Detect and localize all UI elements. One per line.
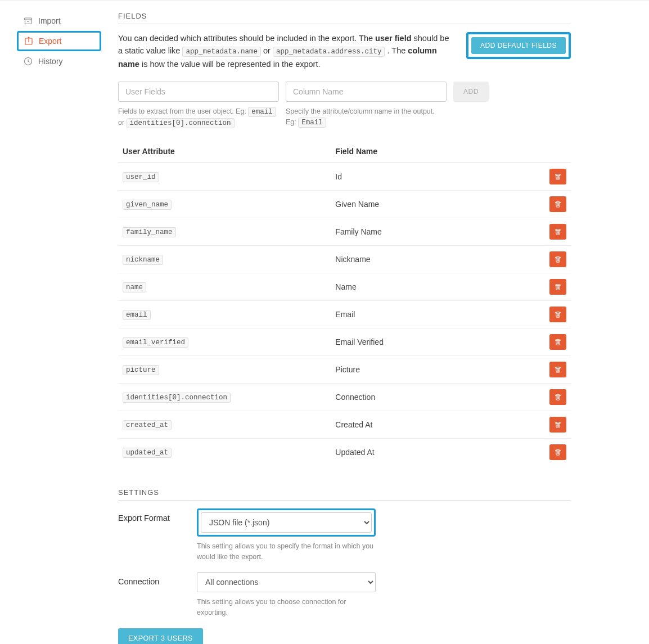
user-fields-input[interactable] <box>118 82 279 102</box>
add-default-fields-button[interactable]: ADD DEFAULT FIELDS <box>471 37 566 54</box>
table-row: family_name Family Name <box>118 218 571 245</box>
sidebar-item-export[interactable]: Export <box>17 31 101 51</box>
th-field-name: Field Name <box>331 140 525 163</box>
export-format-highlight: JSON file (*.json) <box>197 508 376 537</box>
export-icon <box>24 37 33 46</box>
delete-button[interactable] <box>549 196 566 212</box>
delete-button[interactable] <box>549 389 566 405</box>
connection-help: This setting allows you to choose connec… <box>197 597 377 618</box>
trash-icon <box>555 366 561 373</box>
field-name-value: Id <box>331 163 525 190</box>
delete-button[interactable] <box>549 444 566 460</box>
sidebar-item-history[interactable]: History <box>17 52 101 70</box>
sidebar-item-label: Import <box>38 16 61 25</box>
sidebar-item-import[interactable]: Import <box>17 12 101 30</box>
field-name-value: Given Name <box>331 190 525 218</box>
delete-button[interactable] <box>549 169 566 184</box>
user-attribute-value: picture <box>123 365 159 375</box>
sidebar-item-label: Export <box>39 37 61 46</box>
table-row: email Email <box>118 300 571 328</box>
user-attribute-value: given_name <box>123 200 172 210</box>
delete-button[interactable] <box>549 224 566 240</box>
export-format-label: Export Format <box>118 508 197 562</box>
delete-button[interactable] <box>549 279 566 295</box>
sidebar: Import Export History <box>17 12 101 644</box>
trash-icon <box>555 449 561 456</box>
field-name-value: Nickname <box>331 245 525 273</box>
user-attribute-value: name <box>123 282 146 292</box>
sidebar-item-label: History <box>38 57 63 66</box>
trash-icon <box>555 394 561 400</box>
connection-label: Connection <box>118 572 197 618</box>
connection-select[interactable]: All connections <box>197 572 376 592</box>
table-row: updated_at Updated At <box>118 438 571 466</box>
export-format-select[interactable]: JSON file (*.json) <box>201 512 372 533</box>
table-row: nickname Nickname <box>118 245 571 273</box>
user-attribute-value: email <box>123 310 151 320</box>
table-row: picture Picture <box>118 355 571 383</box>
archive-icon <box>24 16 33 25</box>
user-attribute-value: user_id <box>123 172 159 182</box>
delete-button[interactable] <box>549 307 566 322</box>
export-users-button[interactable]: EXPORT 3 USERS <box>118 628 203 644</box>
field-name-value: Email Verified <box>331 328 525 355</box>
delete-button[interactable] <box>549 251 566 267</box>
table-row: created_at Created At <box>118 411 571 438</box>
delete-button[interactable] <box>549 362 566 377</box>
main-content: FIELDS You can decided which attributes … <box>118 12 571 644</box>
table-row: name Name <box>118 273 571 300</box>
trash-icon <box>555 283 561 290</box>
fields-heading: FIELDS <box>118 12 571 24</box>
user-attribute-value: created_at <box>123 420 172 430</box>
table-row: identities[0].connection Connection <box>118 383 571 411</box>
trash-icon <box>555 256 561 263</box>
add-button[interactable]: ADD <box>453 82 489 102</box>
field-name-value: Created At <box>331 411 525 438</box>
trash-icon <box>555 173 561 180</box>
export-format-help: This setting allows you to specify the f… <box>197 541 377 562</box>
table-row: email_verified Email Verified <box>118 328 571 355</box>
field-name-value: Name <box>331 273 525 300</box>
delete-button[interactable] <box>549 334 566 350</box>
trash-icon <box>555 311 561 318</box>
th-user-attribute: User Attribute <box>118 140 331 163</box>
clock-icon <box>24 57 33 66</box>
field-name-value: Picture <box>331 355 525 383</box>
user-attribute-value: email_verified <box>123 337 188 348</box>
user-attribute-value: updated_at <box>123 448 172 458</box>
svg-rect-0 <box>25 18 32 20</box>
table-row: given_name Given Name <box>118 190 571 218</box>
trash-icon <box>555 201 561 208</box>
field-name-value: Updated At <box>331 438 525 466</box>
connection-select-wrap: All connections <box>197 572 376 592</box>
delete-button[interactable] <box>549 417 566 433</box>
settings-heading: SETTINGS <box>118 488 571 501</box>
trash-icon <box>555 421 561 428</box>
trash-icon <box>555 339 561 345</box>
table-row: user_id Id <box>118 163 571 190</box>
user-fields-help: Fields to extract from the user object. … <box>118 106 279 129</box>
column-name-help: Specify the attribute/column name in the… <box>286 106 447 129</box>
user-attribute-value: identities[0].connection <box>123 393 231 403</box>
trash-icon <box>555 228 561 235</box>
column-name-input[interactable] <box>286 82 447 102</box>
user-attribute-value: family_name <box>123 227 176 237</box>
field-name-value: Family Name <box>331 218 525 245</box>
fields-description: You can decided which attributes should … <box>118 32 449 70</box>
field-name-value: Email <box>331 300 525 328</box>
add-default-fields-highlight: ADD DEFAULT FIELDS <box>466 32 571 59</box>
field-name-value: Connection <box>331 383 525 411</box>
user-attribute-value: nickname <box>123 255 163 265</box>
fields-table: User Attribute Field Name user_id Id giv… <box>118 140 571 466</box>
